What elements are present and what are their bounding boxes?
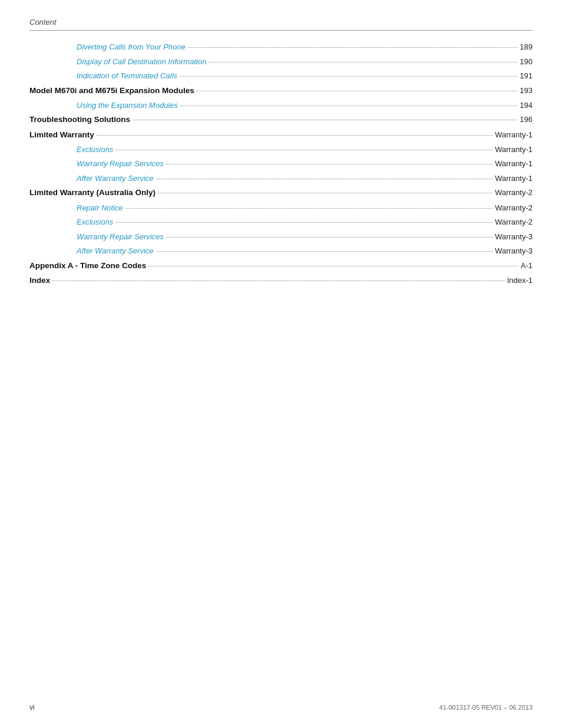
toc-entry-warranty-repair-services-2[interactable]: Warranty Repair ServicesWarranty-3 bbox=[29, 231, 533, 243]
toc-dots-using-expansion-modules bbox=[180, 106, 517, 106]
toc-dots-limited-warranty-australia bbox=[158, 193, 492, 193]
toc-label-index: Index bbox=[29, 275, 50, 286]
toc-page-using-expansion-modules: 194 bbox=[520, 100, 533, 111]
toc-dots-warranty-repair-services-2 bbox=[166, 237, 492, 238]
page-header: Content bbox=[29, 18, 533, 31]
toc-page-warranty-repair-services-2: Warranty-3 bbox=[495, 231, 533, 243]
toc-entry-appendix-a: Appendix A - Time Zone CodesA-1 bbox=[29, 260, 533, 272]
toc-entry-after-warranty-service-1[interactable]: After Warranty ServiceWarranty-1 bbox=[29, 173, 533, 185]
toc-dots-troubleshooting bbox=[133, 120, 517, 120]
toc-entry-exclusions-2[interactable]: ExclusionsWarranty-2 bbox=[29, 216, 533, 228]
toc-page-after-warranty-service-2: Warranty-3 bbox=[495, 245, 533, 257]
toc-label-troubleshooting: Troubleshooting Solutions bbox=[29, 114, 130, 126]
toc-entry-using-expansion-modules[interactable]: Using the Expansion Modules194 bbox=[29, 100, 533, 111]
toc-entry-after-warranty-service-2[interactable]: After Warranty ServiceWarranty-3 bbox=[29, 245, 533, 257]
toc-entry-diverting-calls[interactable]: Diverting Calls from Your Phone189 bbox=[29, 41, 533, 53]
toc-dots-model-m670i bbox=[197, 91, 517, 91]
footer-doc-id: 41-001317-05 REV01 – 06.2013 bbox=[439, 704, 533, 711]
toc-page-warranty-repair-services-1: Warranty-1 bbox=[495, 158, 533, 170]
toc-page-exclusions-2: Warranty-2 bbox=[495, 216, 533, 228]
toc-entry-display-call-destination[interactable]: Display of Call Destination Information1… bbox=[29, 56, 533, 68]
toc-label-diverting-calls[interactable]: Diverting Calls from Your Phone bbox=[77, 41, 186, 53]
toc-dots-indication-terminated-calls bbox=[180, 76, 518, 77]
toc-entry-limited-warranty: Limited WarrantyWarranty-1 bbox=[29, 129, 533, 141]
toc-dots-after-warranty-service-2 bbox=[156, 251, 493, 252]
toc-entry-troubleshooting: Troubleshooting Solutions196 bbox=[29, 114, 533, 126]
toc-label-after-warranty-service-1[interactable]: After Warranty Service bbox=[77, 173, 154, 185]
toc-label-limited-warranty: Limited Warranty bbox=[29, 129, 94, 141]
toc-dots-exclusions-1 bbox=[115, 150, 492, 150]
toc-entry-index: IndexIndex-1 bbox=[29, 275, 533, 286]
toc-page-appendix-a: A-1 bbox=[521, 260, 533, 272]
toc-entry-warranty-repair-services-1[interactable]: Warranty Repair ServicesWarranty-1 bbox=[29, 158, 533, 170]
toc-page-exclusions-1: Warranty-1 bbox=[495, 144, 533, 156]
toc-dots-appendix-a bbox=[148, 266, 518, 266]
toc-dots-repair-notice bbox=[125, 208, 492, 209]
toc-dots-warranty-repair-services-1 bbox=[166, 164, 492, 164]
toc-dots-index bbox=[52, 281, 504, 281]
toc-page-index: Index-1 bbox=[507, 275, 533, 286]
toc-page-model-m670i: 193 bbox=[520, 85, 533, 97]
toc-dots-diverting-calls bbox=[188, 47, 518, 48]
toc-label-exclusions-1[interactable]: Exclusions bbox=[77, 144, 113, 156]
toc-entry-limited-warranty-australia: Limited Warranty (Australia Only)Warrant… bbox=[29, 187, 533, 199]
toc-label-appendix-a: Appendix A - Time Zone Codes bbox=[29, 260, 146, 272]
toc-dots-limited-warranty bbox=[97, 135, 492, 136]
toc-label-using-expansion-modules[interactable]: Using the Expansion Modules bbox=[77, 100, 178, 111]
toc-page-limited-warranty: Warranty-1 bbox=[495, 129, 533, 141]
footer-page-number: vi bbox=[29, 703, 35, 711]
toc-entry-repair-notice[interactable]: Repair NoticeWarranty-2 bbox=[29, 202, 533, 214]
toc-label-limited-warranty-australia: Limited Warranty (Australia Only) bbox=[29, 187, 156, 199]
toc-entry-model-m670i: Model M670i and M675i Expansion Modules1… bbox=[29, 85, 533, 97]
toc-label-after-warranty-service-2[interactable]: After Warranty Service bbox=[77, 245, 154, 257]
toc-entry-indication-terminated-calls[interactable]: Indication of Terminated Calls191 bbox=[29, 70, 533, 82]
toc-label-warranty-repair-services-1[interactable]: Warranty Repair Services bbox=[77, 158, 164, 170]
toc-label-warranty-repair-services-2[interactable]: Warranty Repair Services bbox=[77, 231, 164, 243]
toc-label-model-m670i: Model M670i and M675i Expansion Modules bbox=[29, 85, 194, 97]
toc-container: Diverting Calls from Your Phone189Displa… bbox=[29, 41, 533, 286]
toc-page-repair-notice: Warranty-2 bbox=[495, 202, 533, 214]
toc-dots-display-call-destination bbox=[209, 62, 517, 62]
toc-label-display-call-destination[interactable]: Display of Call Destination Information bbox=[77, 56, 206, 68]
toc-label-exclusions-2[interactable]: Exclusions bbox=[77, 216, 113, 228]
toc-label-indication-terminated-calls[interactable]: Indication of Terminated Calls bbox=[77, 70, 177, 82]
page-footer: vi 41-001317-05 REV01 – 06.2013 bbox=[29, 703, 533, 711]
toc-page-limited-warranty-australia: Warranty-2 bbox=[495, 187, 533, 199]
toc-page-display-call-destination: 190 bbox=[520, 56, 533, 68]
toc-dots-after-warranty-service-1 bbox=[156, 179, 493, 179]
toc-page-diverting-calls: 189 bbox=[520, 41, 533, 53]
toc-page-after-warranty-service-1: Warranty-1 bbox=[495, 173, 533, 185]
toc-page-troubleshooting: 196 bbox=[520, 114, 533, 126]
toc-page-indication-terminated-calls: 191 bbox=[520, 70, 533, 82]
toc-dots-exclusions-2 bbox=[115, 222, 492, 223]
toc-label-repair-notice[interactable]: Repair Notice bbox=[77, 202, 123, 214]
page-title: Content bbox=[29, 18, 57, 27]
toc-entry-exclusions-1[interactable]: ExclusionsWarranty-1 bbox=[29, 144, 533, 156]
